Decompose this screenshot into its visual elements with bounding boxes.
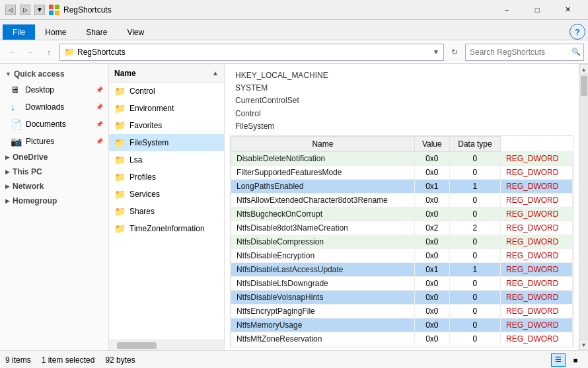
- file-item-environment[interactable]: 📁 Environment: [109, 100, 224, 117]
- table-row[interactable]: NtfsDisableVolsnapHints 0x0 0 REG_DWORD: [231, 290, 573, 304]
- file-name-5: Profiles: [129, 172, 156, 182]
- sidebar-section-onedrive[interactable]: ▶ OneDrive: [0, 150, 108, 165]
- scroll-down-button[interactable]: ▼: [579, 340, 589, 350]
- reg-datatype: REG_DWORD: [501, 151, 573, 165]
- reg-data: 0: [449, 235, 500, 248]
- folder-icon-5: 📁: [114, 172, 126, 182]
- minimize-button[interactable]: −: [492, 0, 522, 20]
- address-path-text: RegShortcuts: [77, 48, 126, 57]
- pin-icon-3: 📌: [96, 121, 103, 128]
- back-icon[interactable]: ◁: [5, 5, 16, 15]
- file-item-lsa[interactable]: 📁 Lsa: [109, 151, 224, 168]
- sidebar: ▼ Quick access 🖥 Desktop 📌 ↓ Downloads 📌…: [0, 64, 109, 350]
- reg-datatype: REG_DWORD: [501, 221, 573, 235]
- address-path[interactable]: 📁 RegShortcuts ▼: [59, 44, 444, 61]
- scroll-thumb-v[interactable]: [581, 76, 587, 96]
- folder-icon: 📁: [114, 86, 126, 96]
- scroll-up-button[interactable]: ▲: [579, 64, 589, 75]
- file-name-3: Favorites: [129, 121, 162, 130]
- sidebar-section-quickaccess[interactable]: ▼ Quick access: [0, 67, 108, 81]
- maximize-button[interactable]: □: [522, 0, 552, 20]
- table-row[interactable]: NtfsDisableLastAccessUpdate 0x1 1 REG_DW…: [231, 262, 573, 276]
- table-row[interactable]: NtfsDisable8dot3NameCreation 0x2 2 REG_D…: [231, 221, 573, 235]
- file-item-shares[interactable]: 📁 Shares: [109, 203, 224, 220]
- reg-value: 0x0: [414, 193, 449, 207]
- details-view-button[interactable]: ☰: [551, 353, 566, 367]
- svg-rect-3: [55, 11, 59, 15]
- scroll-thumb[interactable]: [117, 342, 157, 349]
- table-row[interactable]: NtfsDisableCompression 0x0 0 REG_DWORD: [231, 235, 573, 248]
- ribbon-tabs: File Home Share View ?: [0, 20, 588, 40]
- sort-arrow-icon[interactable]: ▲: [212, 69, 219, 77]
- help-button[interactable]: ?: [570, 24, 585, 40]
- tab-home[interactable]: Home: [35, 24, 76, 40]
- table-row[interactable]: NtfsEncryptPagingFile 0x0 0 REG_DWORD: [231, 304, 573, 318]
- close-button[interactable]: ✕: [552, 0, 583, 20]
- breadcrumb-line-1: HKEY_LOCAL_MACHINE: [235, 69, 568, 82]
- recent-icon[interactable]: ▼: [34, 5, 45, 15]
- reg-data: 2: [449, 221, 500, 235]
- nav-up-button[interactable]: ↑: [41, 44, 57, 60]
- address-dropdown-icon[interactable]: ▼: [433, 48, 439, 55]
- nav-back-button[interactable]: ←: [4, 44, 20, 60]
- table-row[interactable]: NtfsMftZoneReservation 0x0 0 REG_DWORD: [231, 332, 573, 346]
- file-item-control[interactable]: 📁 Control: [109, 83, 224, 100]
- documents-icon: 📄: [11, 119, 22, 129]
- horizontal-scrollbar[interactable]: [109, 340, 224, 350]
- folder-icon-6: 📁: [114, 189, 126, 200]
- sidebar-section-thispc[interactable]: ▶ This PC: [0, 165, 108, 179]
- tab-file[interactable]: File: [3, 24, 35, 40]
- reg-value: 0x0: [414, 304, 449, 318]
- file-item-services[interactable]: 📁 Services: [109, 186, 224, 203]
- col-header-value[interactable]: Value: [414, 136, 449, 151]
- sidebar-section-network[interactable]: ▶ Network: [0, 179, 108, 194]
- table-row[interactable]: DisableDeleteNotification 0x0 0 REG_DWOR…: [231, 151, 573, 165]
- quickaccess-label: Quick access: [14, 69, 65, 79]
- reg-datatype: REG_DWORD: [501, 248, 573, 262]
- refresh-button[interactable]: ↻: [447, 44, 462, 60]
- sidebar-item-documents[interactable]: 📄 Documents 📌: [0, 116, 108, 133]
- tab-view[interactable]: View: [117, 24, 154, 40]
- file-item-profiles[interactable]: 📁 Profiles: [109, 168, 224, 186]
- sidebar-item-pictures[interactable]: 📷 Pictures 📌: [0, 133, 108, 150]
- reg-data: 0: [449, 318, 500, 332]
- search-input[interactable]: [470, 48, 569, 57]
- sidebar-section-homegroup[interactable]: ▶ Homegroup: [0, 194, 108, 208]
- col-header-name[interactable]: Name: [231, 136, 415, 151]
- sidebar-item-downloads[interactable]: ↓ Downloads 📌: [0, 98, 108, 116]
- title-bar-controls[interactable]: − □ ✕: [492, 0, 583, 20]
- reg-data: 0: [449, 193, 500, 207]
- file-item-favorites[interactable]: 📁 Favorites: [109, 117, 224, 134]
- right-scrollbar[interactable]: ▲ ▼: [579, 64, 588, 350]
- registry-table-container[interactable]: Name Value Data type DisableDeleteNotifi…: [230, 135, 573, 348]
- table-row[interactable]: NtfsDisableEncryption 0x0 0 REG_DWORD: [231, 248, 573, 262]
- tab-share[interactable]: Share: [76, 24, 117, 40]
- file-panel: Name ▲ 📁 Control 📁 Environment 📁 Favorit…: [109, 64, 225, 350]
- search-box: 🔍: [465, 44, 584, 61]
- table-row[interactable]: NtfsDisableLfsDowngrade 0x0 0 REG_DWORD: [231, 276, 573, 290]
- reg-value: 0x0: [414, 207, 449, 221]
- pictures-label: Pictures: [26, 137, 92, 146]
- forward-icon[interactable]: ▷: [20, 5, 30, 15]
- reg-name: NtfsDisableEncryption: [231, 248, 415, 262]
- table-row[interactable]: NtfsAllowExtendedCharacter8dot3Rename 0x…: [231, 193, 573, 207]
- table-row[interactable]: NtfsBugcheckOnCorrupt 0x0 0 REG_DWORD: [231, 207, 573, 221]
- network-label: Network: [13, 182, 44, 191]
- reg-data: 1: [449, 262, 500, 276]
- list-view-button[interactable]: ■: [568, 353, 583, 367]
- chevron-right-icon-3: ▶: [5, 183, 10, 190]
- reg-value: 0x0: [414, 318, 449, 332]
- col-header-datatype[interactable]: Data type: [449, 136, 500, 151]
- sidebar-item-desktop[interactable]: 🖥 Desktop 📌: [0, 81, 108, 98]
- file-item-filesystem[interactable]: 📁 FileSystem: [109, 134, 224, 151]
- reg-name: NtfsBugcheckOnCorrupt: [231, 207, 415, 221]
- table-row[interactable]: LongPathsEnabled 0x1 1 REG_DWORD: [231, 179, 573, 193]
- table-row[interactable]: NtfsMemoryUsage 0x0 0 REG_DWORD: [231, 318, 573, 332]
- nav-forward-button[interactable]: →: [22, 44, 38, 60]
- documents-label: Documents: [26, 120, 92, 129]
- reg-datatype: REG_DWORD: [501, 235, 573, 248]
- table-row[interactable]: FilterSupportedFeaturesMode 0x0 0 REG_DW…: [231, 165, 573, 179]
- file-item-timezone[interactable]: 📁 TimeZoneInformation: [109, 220, 224, 237]
- status-bar: 9 items 1 item selected 92 bytes ☰ ■: [0, 350, 588, 368]
- svg-rect-2: [49, 11, 54, 15]
